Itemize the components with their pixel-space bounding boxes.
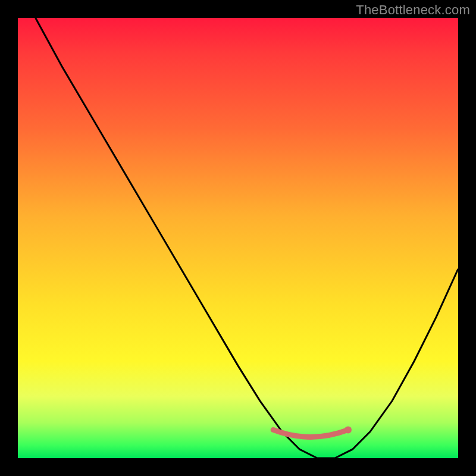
optimal-range-marker [273, 430, 348, 437]
plot-area [18, 18, 458, 458]
chart-frame: TheBottleneck.com [0, 0, 476, 476]
bottleneck-curve-path [36, 18, 458, 458]
bottleneck-curve-svg [18, 18, 458, 458]
watermark-text: TheBottleneck.com [356, 2, 470, 18]
optimal-range-end-dot [345, 426, 352, 433]
